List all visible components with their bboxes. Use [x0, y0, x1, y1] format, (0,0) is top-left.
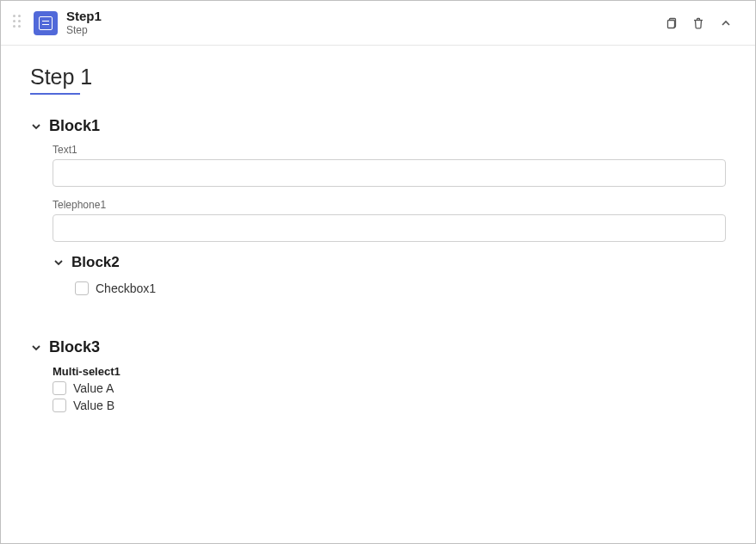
svg-rect-0	[668, 20, 675, 28]
trash-icon	[691, 16, 705, 30]
option-a-checkbox[interactable]	[53, 381, 66, 395]
chevron-up-icon	[719, 16, 733, 30]
header-title: Step1	[66, 9, 102, 24]
panel-header: Step1 Step	[1, 1, 755, 46]
header-text: Step1 Step	[66, 9, 102, 36]
block-block1: Block1 Text1 Telephone1 B	[30, 117, 726, 295]
copy-button[interactable]	[657, 9, 685, 37]
delete-button[interactable]	[685, 9, 712, 37]
multiselect1-option-b: Value B	[53, 399, 726, 412]
checkbox1[interactable]	[75, 281, 89, 295]
text1-label: Text1	[53, 144, 726, 156]
telephone1-label: Telephone1	[53, 199, 726, 211]
step-icon	[34, 11, 58, 35]
checkbox1-label: Checkbox1	[96, 281, 156, 295]
panel-body: Step 1 Block1 Text1 Telephone1	[1, 46, 755, 543]
block3-header[interactable]: Block3	[30, 338, 726, 356]
page-title: Step 1	[30, 65, 92, 90]
option-a-label: Value A	[73, 381, 114, 395]
chevron-down-icon	[30, 121, 42, 133]
block-block3: Block3 Multi-select1 Value A Value B	[30, 338, 726, 412]
option-b-checkbox[interactable]	[53, 399, 66, 412]
multiselect1-label: Multi-select1	[53, 365, 726, 378]
copy-icon	[664, 16, 678, 30]
block2-title: Block2	[71, 254, 120, 271]
checkbox1-row: Checkbox1	[75, 281, 726, 295]
block1-title: Block1	[49, 117, 100, 135]
chevron-down-icon	[53, 257, 65, 269]
page-title-underline	[30, 93, 80, 95]
multiselect1-option-a: Value A	[53, 381, 726, 395]
block2-header[interactable]: Block2	[53, 254, 726, 271]
collapse-button[interactable]	[712, 9, 740, 37]
text1-input[interactable]	[53, 159, 726, 187]
block3-content: Multi-select1 Value A Value B	[30, 365, 726, 412]
chevron-down-icon	[30, 342, 42, 354]
panel: Step1 Step Step 1	[0, 0, 756, 544]
telephone1-input[interactable]	[53, 214, 726, 242]
drag-handle-icon[interactable]	[13, 15, 25, 32]
header-subtitle: Step	[66, 24, 102, 36]
field-text1: Text1	[53, 144, 726, 187]
block3-title: Block3	[49, 338, 100, 356]
block1-header[interactable]: Block1	[30, 117, 726, 135]
block2-content: Checkbox1	[53, 281, 726, 295]
block-block2: Block2 Checkbox1	[53, 254, 726, 295]
block1-content: Text1 Telephone1 Block2	[30, 144, 726, 295]
field-telephone1: Telephone1	[53, 199, 726, 242]
option-b-label: Value B	[73, 399, 115, 412]
